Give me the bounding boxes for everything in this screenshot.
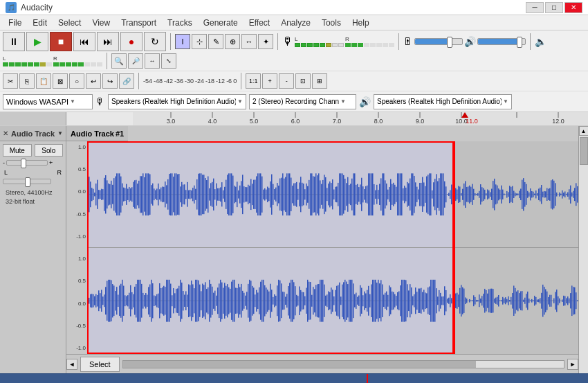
mute-button[interactable]: Mute: [3, 144, 32, 157]
y-n0.5-bot: -0.5: [76, 323, 86, 329]
loop-button[interactable]: ↻: [144, 32, 166, 51]
svg-text:5.0: 5.0: [250, 118, 259, 125]
device-bar: Windows WASAPI ▼ 🎙 Speakers (Realtek Hig…: [0, 91, 588, 112]
waveform-viewport[interactable]: // This will be rendered below via the w…: [87, 141, 578, 354]
ruler-svg: 3.0 4.0 5.0 6.0 7.0 8.0 9.0: [133, 112, 588, 126]
host-dropdown-arrow: ▼: [70, 98, 75, 105]
cut-button[interactable]: ✂: [3, 73, 18, 89]
zoom-in-button[interactable]: 🔍: [111, 53, 127, 69]
output-device-select[interactable]: Speakers (Realtek High Definition Audio)…: [374, 94, 512, 109]
select-mode-button[interactable]: Select: [80, 357, 120, 372]
zoom-fit-button[interactable]: ↔: [145, 53, 160, 69]
menu-item-help[interactable]: Help: [347, 17, 375, 29]
track-name[interactable]: Audio Track: [11, 130, 55, 138]
zoom-out2-button[interactable]: -: [279, 73, 294, 89]
title-bar: 🎵 Audacity ─ □ ✕: [0, 0, 588, 15]
sync-lock-button[interactable]: 🔗: [119, 73, 134, 89]
h-scrollbar-thumb[interactable]: [123, 361, 476, 368]
zoom-fit-v-button[interactable]: ⊞: [312, 73, 327, 89]
lr-label-l: L: [295, 36, 344, 42]
channel-select[interactable]: 2 (Stereo) Recording Chann ▼: [249, 94, 356, 109]
maximize-button[interactable]: □: [545, 2, 563, 13]
menu-item-select[interactable]: Select: [53, 17, 86, 29]
gain-row: - +: [3, 159, 63, 166]
gain-knob[interactable]: [21, 159, 26, 168]
pan-slider[interactable]: [3, 179, 51, 184]
close-button[interactable]: ✕: [564, 2, 582, 13]
stop-button[interactable]: ■: [50, 32, 72, 51]
output-device-icon: 🔊: [359, 96, 371, 107]
gain-minus-label: -: [3, 159, 5, 166]
output-meter-label2: -48: [154, 78, 163, 84]
right-label: R: [57, 169, 62, 176]
silence-button[interactable]: ○: [69, 73, 84, 89]
audio-host-select[interactable]: Windows WASAPI ▼: [3, 94, 93, 109]
output-meter-label7: -18: [205, 78, 214, 84]
speaker-icon: 🔊: [464, 36, 476, 47]
paste-button[interactable]: 📋: [36, 73, 51, 89]
separator-5: [107, 53, 107, 69]
zoom-sel-button[interactable]: ⤡: [161, 53, 176, 69]
track-dropdown-arrow[interactable]: ▼: [57, 130, 63, 136]
menu-item-transport[interactable]: Transport: [116, 17, 162, 29]
transport-toolbar: ⏸ ▶ ■ ⏮ ⏭ ● ↻ I ⊹ ✎ ⊕ ↔ ✦ 🎙 L: [0, 30, 588, 71]
y-0.0-bot: 0.0: [78, 301, 86, 307]
menu-item-tracks[interactable]: Tracks: [162, 17, 198, 29]
menu-item-file[interactable]: File: [3, 17, 27, 29]
selection-tool[interactable]: I: [175, 34, 190, 49]
record-button[interactable]: ●: [120, 32, 143, 51]
track-panel: ✕ Audio Track ▼ Mute Solo - +: [0, 126, 66, 373]
undo-button[interactable]: ↩: [86, 73, 101, 89]
gain-slider[interactable]: [6, 160, 48, 166]
draw-tool[interactable]: ✎: [208, 34, 223, 49]
y-0.5-bot: 0.5: [78, 278, 86, 284]
menu-item-view[interactable]: View: [86, 17, 116, 29]
h-scrollbar-track[interactable]: [122, 360, 564, 368]
minimize-button[interactable]: ─: [526, 2, 544, 13]
svg-text:3.0: 3.0: [167, 118, 176, 125]
scroll-left-button[interactable]: ◄: [66, 359, 77, 370]
svg-text:12.0: 12.0: [552, 118, 564, 125]
y-0.5-top: 0.5: [78, 166, 86, 172]
playhead-marker: [461, 112, 468, 118]
output-vol-slider[interactable]: [477, 38, 526, 45]
title-bar-left: 🎵 Audacity: [6, 2, 53, 13]
v-scroll-thumb[interactable]: [580, 137, 588, 165]
svg-text:6.0: 6.0: [291, 118, 300, 125]
envelope-tool[interactable]: ⊹: [192, 34, 207, 49]
zoom-out-button[interactable]: 🔎: [128, 53, 143, 69]
separator-3: [398, 33, 399, 50]
trim-button[interactable]: ⊠: [53, 73, 68, 89]
menu-item-edit[interactable]: Edit: [27, 17, 53, 29]
menu-item-tools[interactable]: Tools: [316, 17, 347, 29]
zoom-tool[interactable]: ⊕: [225, 34, 240, 49]
solo-button[interactable]: Solo: [35, 144, 64, 157]
output-meter-label8: -12: [216, 78, 225, 84]
zoom-normal-button[interactable]: 1:1: [246, 73, 261, 89]
input-level-meter-r: R: [345, 36, 394, 47]
pause-button[interactable]: ⏸: [3, 32, 25, 51]
output-meter-label5: -30: [185, 78, 194, 84]
waveform-canvas-el[interactable]: [87, 141, 578, 354]
skip-forward-button[interactable]: ⏭: [97, 32, 119, 51]
play-button[interactable]: ▶: [26, 32, 48, 51]
scroll-right-button[interactable]: ►: [567, 359, 578, 370]
scroll-up-button[interactable]: ▲: [579, 126, 589, 136]
copy-button[interactable]: ⎘: [19, 73, 35, 89]
menu-item-effect[interactable]: Effect: [244, 17, 275, 29]
multi-tool[interactable]: ✦: [258, 34, 273, 49]
zoom-fit2-button[interactable]: ⊡: [295, 73, 311, 89]
app-title: Audacity: [21, 3, 53, 12]
pan-knob[interactable]: [25, 177, 30, 187]
menu-item-analyze[interactable]: Analyze: [275, 17, 316, 29]
skip-back-button[interactable]: ⏮: [73, 32, 95, 51]
zoom-in2-button[interactable]: +: [262, 73, 277, 89]
timeshift-tool[interactable]: ↔: [241, 34, 257, 49]
redo-button[interactable]: ↪: [102, 73, 118, 89]
waveform-area[interactable]: Audio Track #1 1.0 0.5 0.0 -0.5 -1.0 1.0…: [66, 126, 578, 373]
pan-row: [3, 179, 63, 184]
input-vol-slider[interactable]: [414, 38, 463, 45]
menu-item-generate[interactable]: Generate: [198, 17, 244, 29]
input-device-select[interactable]: Speakers (Realtek High Definition Audio)…: [108, 94, 246, 109]
track-close-button[interactable]: ✕: [3, 130, 8, 137]
